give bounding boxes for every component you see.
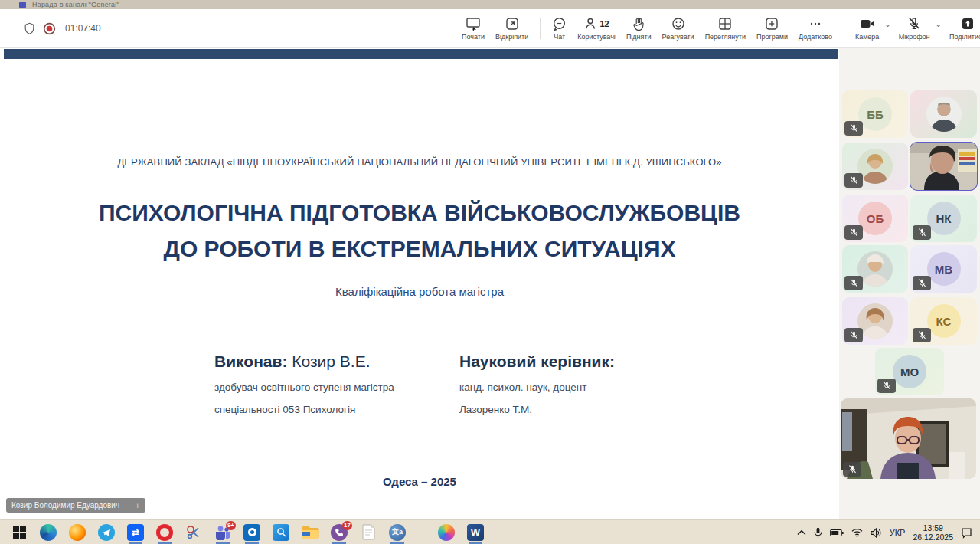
slide-title-line1: ПСИХОЛОГІЧНА ПІДГОТОВКА ВІЙСЬКОВОСЛУЖБОВ… <box>0 195 839 231</box>
camera-button[interactable]: Камера <box>850 9 884 48</box>
share-screen-start-button[interactable]: Почати <box>456 9 490 48</box>
viber-badge: 17 <box>342 521 352 530</box>
participant-tile-ob[interactable]: ОБ <box>842 195 908 242</box>
camera-chevron-down-icon[interactable]: ⌄ <box>884 20 893 38</box>
screen-share-icon <box>466 17 481 31</box>
author-label: Виконав: <box>214 352 287 370</box>
more-button[interactable]: Додатково <box>793 9 838 48</box>
participant-tile-ks[interactable]: КС <box>910 297 977 345</box>
start-button[interactable] <box>9 521 29 544</box>
language-indicator[interactable]: УКР <box>890 528 906 537</box>
presenter-name: Козир Володимир Едуардович <box>11 501 119 510</box>
notepad-icon <box>362 524 375 540</box>
slide-title: ПСИХОЛОГІЧНА ПІДГОТОВКА ВІЙСЬКОВОСЛУЖБОВ… <box>0 195 839 267</box>
zoom-in-button[interactable]: + <box>136 501 140 510</box>
chat-button[interactable]: Чат <box>547 9 572 48</box>
react-button[interactable]: Реагувати <box>657 9 700 48</box>
tray-battery-icon[interactable] <box>830 529 844 537</box>
microphone-button[interactable]: Мікрофон <box>893 9 936 48</box>
participant-tile-avatar-woman2[interactable] <box>842 245 908 293</box>
taskbar-translator[interactable]: 文a <box>387 521 407 544</box>
taskbar-firefox[interactable] <box>67 521 87 544</box>
microphone-chevron-down-icon[interactable]: ⌄ <box>936 20 944 38</box>
participant-initials: МО <box>900 365 919 379</box>
participant-tile-avatar-woman1[interactable] <box>842 143 908 190</box>
slide-author-block: Виконав: Козир В.Е. здобувач освітнього … <box>214 352 394 415</box>
author-specialty-line: спеціальності 053 Психологія <box>214 404 394 415</box>
mic-muted-icon <box>907 17 921 31</box>
notification-center-icon[interactable] <box>961 527 972 539</box>
meeting-timer: 01:07:40 <box>65 23 101 34</box>
copilot-icon <box>438 524 455 541</box>
outlook-icon <box>243 524 260 541</box>
teams-badge: 9+ <box>226 521 236 530</box>
tray-chevron-up-icon[interactable] <box>797 529 806 536</box>
author-degree-line: здобувач освітнього ступеня магістра <box>214 382 394 393</box>
taskbar-edge[interactable] <box>38 521 58 544</box>
raise-hand-button[interactable]: Підняти <box>621 9 657 48</box>
taskbar-telegram[interactable] <box>96 521 116 544</box>
taskbar-word[interactable]: W <box>466 521 485 544</box>
unpin-button[interactable]: Відкріпити <box>490 9 534 48</box>
mic-muted-badge <box>877 379 896 393</box>
advisor-title-line: канд. психол. наук, доцент <box>459 382 615 393</box>
participants-button[interactable]: 12 Користувачі <box>572 9 621 48</box>
participant-tile-mo[interactable]: МО <box>875 348 944 395</box>
participant-tile-avatar-woman3[interactable] <box>842 297 908 345</box>
tray-microphone-icon[interactable] <box>814 527 822 539</box>
chat-icon <box>552 17 567 31</box>
taskbar-outlook[interactable] <box>242 521 262 544</box>
people-icon <box>583 17 597 31</box>
mic-muted-badge <box>844 225 863 240</box>
windows-logo-icon <box>13 526 26 539</box>
taskbar-file-explorer[interactable] <box>300 521 320 544</box>
taskbar-copilot[interactable] <box>436 521 456 544</box>
gallery-view-icon <box>718 17 732 31</box>
meeting-toolbar: 01:07:40 Почати Відкріпити Чат 12 Корист… <box>0 9 980 48</box>
teamviewer-icon: ⇄ <box>127 524 144 541</box>
participant-tile-avatar-man[interactable] <box>910 90 977 138</box>
taskbar-opera[interactable] <box>155 521 175 544</box>
shared-screen-area: ДЕРЖАВНИЙ ЗАКЛАД «ПІВДЕННОУКРАЇНСЬКИЙ НА… <box>0 48 839 519</box>
taskbar-snipping-tool[interactable] <box>184 521 204 544</box>
taskbar-notepad[interactable] <box>358 521 378 544</box>
taskbar-viber[interactable]: 17 <box>329 521 349 544</box>
slide-advisor-block: Науковий керівник: канд. психол. наук, д… <box>459 352 615 415</box>
presentation-window-titlebar <box>4 49 838 59</box>
word-icon: W <box>467 524 484 541</box>
tray-volume-icon[interactable] <box>871 528 882 538</box>
mic-muted-badge <box>913 276 931 290</box>
telegram-icon <box>98 524 115 541</box>
camera-icon <box>859 17 876 31</box>
participant-tile-nk[interactable]: НК <box>910 195 977 242</box>
zoom-out-button[interactable]: − <box>125 501 129 510</box>
participant-initials: НК <box>936 212 952 225</box>
participant-tile-video-woman[interactable] <box>841 398 976 479</box>
tray-date: 26.12.2025 <box>913 533 953 542</box>
translator-icon: 文a <box>389 524 406 541</box>
window-title: Нарада в каналі "General" <box>32 1 119 8</box>
search-app-icon <box>273 524 289 541</box>
share-screen-filled-icon <box>961 17 975 31</box>
tray-time: 13:59 <box>913 523 953 533</box>
participant-tile-mv[interactable]: МВ <box>910 245 977 293</box>
recording-indicator-icon <box>43 22 56 35</box>
taskbar-teamviewer[interactable]: ⇄ <box>126 521 145 544</box>
mic-muted-badge <box>844 173 863 188</box>
participant-tile-active-speaker-video[interactable] <box>910 143 977 190</box>
participant-initials: МВ <box>935 263 952 276</box>
tray-wifi-icon[interactable] <box>851 528 863 537</box>
taskbar-teams[interactable]: 9+ <box>213 521 233 544</box>
share-button[interactable]: Поділитися <box>944 9 980 48</box>
apps-button[interactable]: Програми <box>751 9 793 48</box>
advisor-name-line: Лазоренко Т.М. <box>459 404 615 415</box>
windows-taskbar: ⇄ 9+ 17 文a <box>0 519 980 544</box>
view-button[interactable]: Переглянути <box>700 9 751 48</box>
smiley-icon <box>671 17 685 31</box>
tray-clock[interactable]: 13:59 26.12.2025 <box>913 523 953 542</box>
participant-tile-bb[interactable]: ББ <box>842 90 908 138</box>
slide-city-year: Одеса – 2025 <box>0 475 839 488</box>
taskbar-search-app[interactable] <box>271 521 291 544</box>
avatar-photo <box>926 97 962 132</box>
apps-plus-icon <box>765 17 779 31</box>
